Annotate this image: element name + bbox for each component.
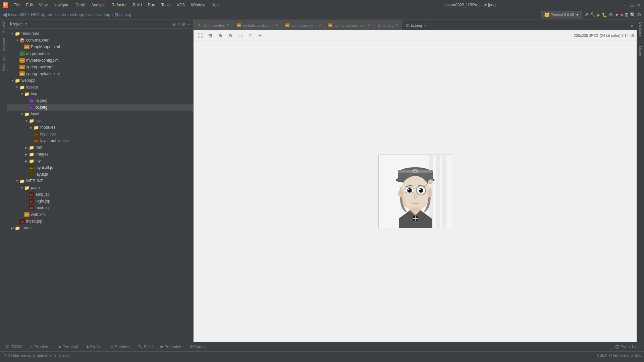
tree-item-layui-mobile-css[interactable]: css layui.mobile.css: [7, 137, 193, 144]
tree-item-web-xml[interactable]: xml web.xml: [7, 211, 193, 218]
breadcrumb-src[interactable]: src: [48, 12, 53, 17]
toggle-background-button[interactable]: □: [247, 32, 255, 40]
menu-analyze[interactable]: Analyze: [89, 1, 108, 9]
menu-code[interactable]: Code: [73, 1, 88, 9]
tree-item-assets[interactable]: ▼ 📁 assets: [7, 84, 193, 90]
tree-item-resources[interactable]: ▼ 📁 resources: [7, 30, 193, 37]
bottom-tab-todo[interactable]: ☑ TODO: [3, 343, 25, 351]
sidebar-item-database[interactable]: Database: [638, 21, 643, 38]
menu-build[interactable]: Build: [130, 1, 145, 9]
settings-icon[interactable]: ⚙: [637, 12, 641, 17]
menu-refactor[interactable]: Refactor: [109, 1, 129, 9]
zoom-out-button[interactable]: ⊖: [226, 32, 234, 40]
menu-run[interactable]: Run: [145, 1, 158, 9]
menu-view[interactable]: View: [36, 1, 50, 9]
tree-item-font[interactable]: ▶ 📁 font: [7, 144, 193, 151]
maximize-button[interactable]: □: [629, 2, 635, 8]
menu-tools[interactable]: Tools: [159, 1, 173, 9]
tab-mybatis-config[interactable]: xml mybatis-config.xml ✕: [233, 20, 282, 30]
actual-size-button[interactable]: 1:1: [236, 32, 245, 40]
tab-db-properties[interactable]: P db.properties ✕: [194, 20, 233, 30]
tab-close-icon[interactable]: ✕: [275, 23, 278, 27]
bottom-tab-profiler[interactable]: ◑ Profiler: [82, 343, 106, 351]
menu-edit[interactable]: Edit: [23, 1, 36, 9]
tree-item-login-jsp[interactable]: jsp login.jsp: [7, 198, 193, 204]
bottom-tab-problems[interactable]: ⚠ Problems: [26, 343, 55, 351]
tab-spring-mvc[interactable]: xml spring-mvc.xml ✕: [282, 20, 325, 30]
sidebar-item-favorites[interactable]: Favorites: [1, 56, 6, 72]
tree-item-index-jsp[interactable]: jsp index.jsp: [7, 218, 193, 225]
tab-close-icon[interactable]: ✕: [227, 23, 229, 27]
breadcrumb-main[interactable]: main: [57, 12, 66, 17]
tab-spring-mybatis[interactable]: xml spring-mybatis.xml ✕: [325, 20, 374, 30]
bottom-tab-services[interactable]: ⚙ Services: [107, 343, 134, 351]
color-picker-button[interactable]: ✏: [257, 32, 265, 40]
tree-item-spring-mybatis[interactable]: xml spring-mybatis.xml: [7, 70, 193, 77]
tree-item-target[interactable]: ▶ 📁 target: [7, 225, 193, 231]
panel-settings-icon[interactable]: ⚙: [181, 21, 186, 27]
breadcrumb-project[interactable]: lesson0829_HRProj: [8, 12, 44, 17]
search-icon[interactable]: 🔍: [630, 12, 636, 17]
breadcrumb-assets[interactable]: assets: [88, 12, 100, 17]
tab-bj-jpeg[interactable]: 🖼 bj.jpeg ✕: [374, 20, 402, 30]
tree-item-layui[interactable]: ▼ 📁 layui: [7, 111, 193, 117]
menu-vcs[interactable]: VCS: [174, 1, 188, 9]
event-log-button[interactable]: ⓵ Event Log: [612, 343, 641, 351]
sidebar-item-project[interactable]: Project: [1, 21, 6, 34]
breadcrumb-webapp[interactable]: webapp: [70, 12, 84, 17]
tree-item-page[interactable]: ▼ 📁 page: [7, 184, 193, 191]
panel-minimize-icon[interactable]: ─: [187, 21, 191, 27]
tree-item-img[interactable]: ▼ 📁 img: [7, 90, 193, 97]
tree-item-css[interactable]: ▼ 📁 css: [7, 117, 193, 124]
run-icon[interactable]: ▶: [597, 12, 600, 17]
close-button[interactable]: ✕: [636, 2, 641, 8]
panel-dropdown-icon[interactable]: ▼: [24, 22, 28, 26]
fit-width-button[interactable]: ⊞: [206, 32, 214, 40]
breadcrumb-file[interactable]: tx.jpeg: [119, 12, 131, 17]
menu-navigate[interactable]: Navigate: [51, 1, 72, 9]
bottom-tab-endpoints[interactable]: ⊕ Endpoints: [157, 343, 185, 351]
fit-page-button[interactable]: ⛶: [196, 32, 204, 40]
tree-item-bj-jpeg[interactable]: jpg bj.jpeg: [7, 97, 193, 104]
tree-item-layui-css[interactable]: css layui.css: [7, 131, 193, 137]
breadcrumb-img[interactable]: img: [104, 12, 110, 17]
tree-item-mybatis-config[interactable]: xml mybatis-config.xml: [7, 57, 193, 64]
dropdown-more-icon[interactable]: ▼: [614, 12, 619, 17]
tree-item-tx-jpeg[interactable]: jpg tx.jpeg: [7, 104, 193, 111]
tab-close-icon[interactable]: ✕: [395, 23, 398, 27]
tree-item-webapp[interactable]: ▼ 📁 webapp: [7, 77, 193, 84]
panel-locate-icon[interactable]: ⊕: [172, 21, 176, 27]
sidebar-item-structure[interactable]: Structure: [1, 37, 6, 53]
refresh-icon[interactable]: ↺: [584, 12, 588, 17]
tree-item-lay[interactable]: ▶ 📁 lay: [7, 158, 193, 164]
tree-item-modules[interactable]: ▶ 📁 modules: [7, 124, 193, 131]
tomcat-button[interactable]: 🐱 Tomcat 9.0.38 ▼: [541, 11, 582, 18]
stop-icon[interactable]: ■: [621, 12, 623, 17]
back-arrow[interactable]: ◀: [3, 11, 7, 18]
zoom-in-button[interactable]: ⊕: [216, 32, 224, 40]
debug-icon[interactable]: 🐛: [602, 12, 607, 17]
bottom-tab-terminal[interactable]: ▶ Terminal: [55, 343, 81, 351]
tree-item-web-inf[interactable]: ▼ 📁 WEB-INF: [7, 178, 193, 184]
build-icon[interactable]: 🔨: [590, 12, 595, 17]
tab-close-icon[interactable]: ✕: [318, 23, 321, 27]
bottom-tab-spring[interactable]: ❁ Spring: [186, 343, 209, 351]
tree-item-main-jsp[interactable]: jsp main.jsp: [7, 204, 193, 211]
tree-item-layui-all-js[interactable]: 101 layui.all.js: [7, 164, 193, 171]
tab-close-icon[interactable]: ✕: [367, 23, 370, 27]
tree-item-spring-mvc[interactable]: xml spring-mvc.xml: [7, 64, 193, 70]
menu-window[interactable]: Window: [188, 1, 208, 9]
tab-tx-jpeg[interactable]: 🖼 tx.jpeg ✕: [402, 21, 430, 30]
tree-item-com-mapper[interactable]: ▼ 📦 com.mapper: [7, 37, 193, 44]
sidebar-item-maven[interactable]: Maven: [638, 45, 643, 57]
layout-icon[interactable]: ⊞: [625, 12, 629, 17]
tree-item-emp-jsp[interactable]: jsp emp.jsp: [7, 191, 193, 198]
panel-collapse-icon[interactable]: ≡: [177, 21, 180, 27]
menu-help[interactable]: Help: [209, 1, 222, 9]
config-icon[interactable]: ⚙: [609, 12, 613, 17]
tree-item-images[interactable]: ▶ 📁 images: [7, 151, 193, 158]
tab-more-button[interactable]: ▼: [627, 22, 637, 30]
minimize-button[interactable]: ─: [623, 2, 628, 8]
tree-item-empmapper[interactable]: xml EmpMapper.xml: [7, 44, 193, 50]
tab-close-icon[interactable]: ✕: [424, 24, 427, 27]
